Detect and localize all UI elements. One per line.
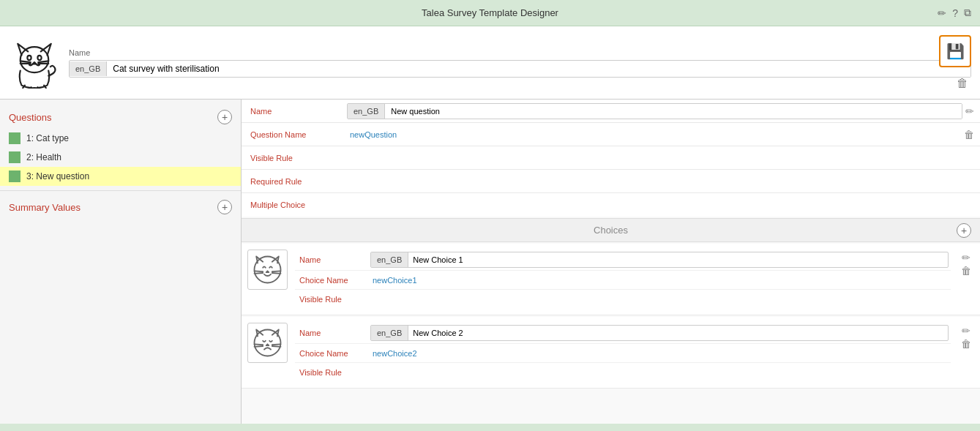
- sidebar-item-1[interactable]: 1: Cat type: [0, 129, 241, 148]
- add-question-button[interactable]: +: [217, 110, 232, 124]
- choice2-name-input[interactable]: [408, 326, 948, 340]
- sidebar-item-3[interactable]: 3: New question: [0, 167, 241, 186]
- choice2-choicename-value: newChoice2: [368, 346, 951, 361]
- choice1-visible-label: Visible Rule: [295, 292, 368, 307]
- question-name-input-container: en_GB: [347, 103, 962, 119]
- choice1-edit-icon[interactable]: ✏: [962, 252, 970, 263]
- save-button[interactable]: 💾: [939, 35, 971, 67]
- choice-avatar-2: [247, 323, 288, 363]
- svg-line-4: [20, 61, 31, 62]
- sidebar-item-label-2: 2: Health: [26, 152, 61, 162]
- add-summary-button[interactable]: +: [217, 200, 232, 214]
- svg-point-1: [27, 55, 31, 59]
- choice2-choicename-row: Choice Name newChoice2: [295, 344, 951, 363]
- add-summary-icon: +: [222, 201, 228, 213]
- svg-line-14: [255, 271, 263, 271]
- question-multiple-value: [344, 202, 980, 208]
- choice1-visible-value: [368, 296, 951, 302]
- name-label: Name: [69, 48, 971, 57]
- choice1-name-label: Name: [295, 252, 368, 267]
- save-icon: 💾: [946, 42, 965, 60]
- svg-point-18: [255, 330, 281, 356]
- cat-logo: [9, 37, 60, 89]
- sidebar: Questions + 1: Cat type 2: Health 3: New…: [0, 100, 242, 424]
- question-qname-label: Question Name: [242, 126, 344, 143]
- choice1-delete-icon[interactable]: 🗑: [961, 266, 971, 276]
- svg-line-10: [37, 87, 38, 88]
- svg-line-15: [255, 273, 263, 274]
- svg-marker-13: [266, 271, 269, 272]
- summary-section-header: Summary Values +: [0, 195, 241, 219]
- svg-line-17: [272, 273, 281, 274]
- add-question-icon: +: [222, 111, 228, 123]
- question-locale-badge: en_GB: [348, 104, 385, 119]
- name-section: Name en_GB: [69, 48, 971, 78]
- sidebar-item-label-3: 3: New question: [26, 171, 89, 181]
- question-detail-section: Name en_GB ✏ Question Name newQuestion 🗑…: [242, 100, 980, 217]
- choice2-edit-icon[interactable]: ✏: [962, 326, 970, 336]
- question-multiple-label: Multiple Choice: [242, 196, 344, 214]
- app-title: Talea Survey Template Designer: [422, 7, 558, 18]
- choice1-actions: ✏ 🗑: [958, 250, 974, 279]
- name-input-row: en_GB: [69, 60, 971, 78]
- sidebar-item-2[interactable]: 2: Health: [0, 148, 241, 167]
- choice-card-inner-2: Name en_GB Choice Name newChoice2 Visibl…: [242, 317, 980, 388]
- choice1-name-input[interactable]: [408, 253, 948, 266]
- main-header: Name en_GB 💾 🗑: [0, 26, 980, 100]
- question-name-input[interactable]: [385, 104, 962, 119]
- cat-svg: [9, 37, 60, 89]
- choice-card-1: Name en_GB Choice Name newChoice1 Visibl…: [242, 244, 980, 315]
- choice2-locale: en_GB: [371, 326, 408, 340]
- svg-point-0: [20, 47, 49, 72]
- question-required-value: [344, 179, 980, 184]
- survey-name-input[interactable]: [107, 61, 970, 77]
- sidebar-item-label-1: 1: Cat type: [26, 133, 69, 143]
- svg-marker-19: [266, 344, 269, 345]
- window-icon[interactable]: ⧉: [964, 7, 971, 19]
- choice2-actions: ✏ 🗑: [958, 323, 974, 352]
- item-color-3: [9, 170, 20, 182]
- sidebar-divider: [0, 190, 241, 191]
- locale-badge: en_GB: [70, 61, 107, 76]
- choice2-choicename-label: Choice Name: [295, 346, 368, 361]
- question-required-row: Required Rule: [242, 170, 980, 193]
- svg-line-9: [31, 87, 31, 88]
- choice-cat-svg-2: [251, 326, 284, 359]
- content-area: Questions + 1: Cat type 2: Health 3: New…: [0, 100, 980, 424]
- item-color-1: [9, 132, 20, 144]
- svg-line-20: [255, 344, 263, 345]
- question-multiple-row: Multiple Choice: [242, 193, 980, 217]
- question-delete-icon[interactable]: 🗑: [964, 129, 974, 140]
- svg-line-6: [38, 61, 48, 62]
- question-visible-label: Visible Rule: [242, 149, 344, 167]
- choice2-visible-label: Visible Rule: [295, 365, 368, 380]
- top-bar: Talea Survey Template Designer ✏ ? ⧉: [0, 0, 980, 26]
- choice-fields-1: Name en_GB Choice Name newChoice1 Visibl…: [295, 250, 951, 309]
- choice1-locale: en_GB: [371, 252, 408, 267]
- add-choice-button[interactable]: +: [957, 223, 971, 238]
- choice-card-inner-1: Name en_GB Choice Name newChoice1 Visibl…: [242, 244, 980, 315]
- choice2-visible-row: Visible Rule: [295, 363, 951, 382]
- question-name-label: Name: [242, 102, 344, 120]
- delete-survey-button[interactable]: 🗑: [957, 77, 968, 90]
- choices-header: Choices +: [242, 218, 980, 242]
- choice2-name-row: Name en_GB: [295, 323, 951, 344]
- add-choice-icon: +: [961, 225, 967, 236]
- choice1-choicename-row: Choice Name newChoice1: [295, 271, 951, 290]
- help-icon[interactable]: ?: [952, 7, 958, 19]
- question-visible-row: Visible Rule: [242, 146, 980, 170]
- question-qname-value: newQuestion: [344, 127, 964, 142]
- main-panel: Name en_GB ✏ Question Name newQuestion 🗑…: [242, 100, 980, 424]
- choice-avatar-1: [247, 250, 288, 290]
- choice2-delete-icon[interactable]: 🗑: [961, 339, 971, 349]
- svg-line-16: [272, 271, 281, 271]
- question-qname-row: Question Name newQuestion 🗑: [242, 123, 980, 146]
- questions-section-header: Questions +: [0, 105, 241, 129]
- question-edit-icon[interactable]: ✏: [965, 105, 974, 117]
- pencil-icon[interactable]: ✏: [938, 7, 946, 19]
- choice1-visible-row: Visible Rule: [295, 290, 951, 309]
- svg-line-23: [272, 346, 281, 347]
- choice1-choicename-label: Choice Name: [295, 273, 368, 288]
- choice-card-2: Name en_GB Choice Name newChoice2 Visibl…: [242, 317, 980, 389]
- choice2-name-input-container: en_GB: [370, 325, 949, 341]
